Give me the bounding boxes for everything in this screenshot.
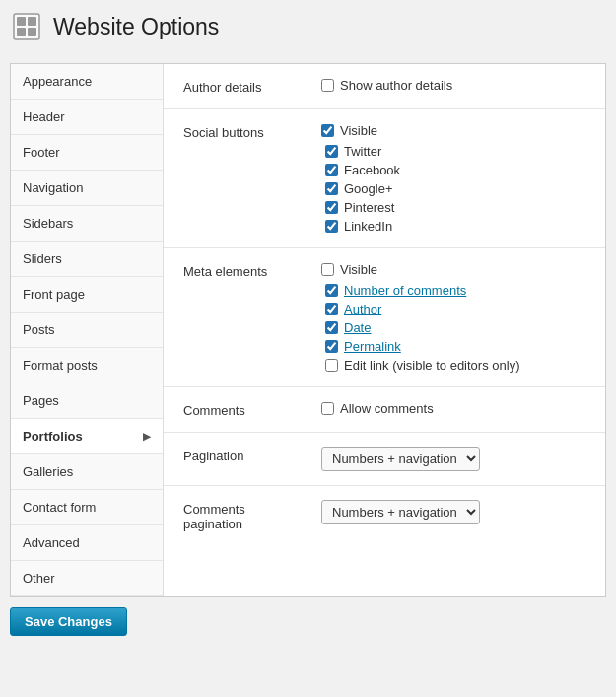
sidebar-item-label: Format posts: [23, 358, 98, 373]
social-item-pinterest: Pinterest: [325, 200, 585, 215]
social-twitter-label[interactable]: Twitter: [344, 144, 381, 159]
sidebar-item-label: Navigation: [23, 180, 83, 195]
meta-visible-label[interactable]: Visible: [340, 262, 377, 277]
meta-item-author: Author: [325, 302, 585, 316]
social-visible-checkbox[interactable]: [321, 124, 334, 137]
meta-item-edit-link: Edit link (visible to editors only): [325, 358, 585, 373]
sidebar-item-format-posts[interactable]: Format posts: [11, 348, 163, 383]
meta-edit-link-label[interactable]: Edit link (visible to editors only): [344, 358, 519, 373]
social-linkedin-checkbox[interactable]: [325, 220, 338, 233]
meta-item-num-comments: Number of comments: [325, 283, 585, 298]
sidebar: AppearanceHeaderFooterNavigationSidebars…: [11, 64, 164, 596]
comments-pagination-section: Comments pagination Numbers + navigation…: [164, 486, 605, 545]
sidebar-item-contact-form[interactable]: Contact form: [11, 490, 163, 525]
svg-rect-3: [17, 28, 26, 36]
sidebar-item-footer[interactable]: Footer: [11, 135, 163, 171]
sidebar-item-appearance[interactable]: Appearance: [11, 64, 163, 100]
meta-permalink-checkbox[interactable]: [325, 340, 338, 353]
pagination-section: Pagination Numbers + navigationNumbers o…: [164, 433, 605, 486]
meta-author-checkbox[interactable]: [325, 303, 338, 315]
svg-rect-4: [28, 28, 36, 36]
sidebar-item-galleries[interactable]: Galleries: [11, 454, 163, 490]
sidebar-item-label: Footer: [23, 145, 60, 160]
social-item-googleplus: Google+: [325, 181, 585, 196]
social-sub-checkboxes: TwitterFacebookGoogle+PinterestLinkedIn: [325, 144, 585, 234]
show-author-checkbox[interactable]: [321, 79, 334, 92]
sidebar-item-label: Sliders: [23, 251, 62, 266]
page-title: Website Options: [53, 14, 219, 40]
meta-visible-checkbox[interactable]: [321, 263, 334, 276]
social-facebook-checkbox[interactable]: [325, 164, 338, 176]
main-content: Author details Show author details Socia…: [164, 64, 605, 596]
sidebar-item-front-page[interactable]: Front page: [11, 277, 163, 313]
social-googleplus-label[interactable]: Google+: [344, 181, 393, 196]
comments-pagination-label: Comments pagination: [183, 500, 321, 531]
sidebar-item-other[interactable]: Other: [11, 561, 163, 596]
meta-edit-link-checkbox[interactable]: [325, 359, 338, 372]
sidebar-item-label: Appearance: [23, 74, 92, 89]
meta-permalink-label[interactable]: Permalink: [344, 339, 401, 354]
social-buttons-section: Social buttons Visible TwitterFacebookGo…: [164, 109, 605, 248]
allow-comments-checkbox[interactable]: [321, 402, 334, 415]
chevron-right-icon: ▶: [143, 431, 151, 442]
allow-comments-label[interactable]: Allow comments: [340, 401, 434, 416]
social-pinterest-label[interactable]: Pinterest: [344, 200, 394, 215]
page-icon: [10, 10, 43, 43]
svg-rect-1: [17, 17, 26, 26]
sidebar-item-label: Header: [23, 109, 65, 124]
social-buttons-controls: Visible TwitterFacebookGoogle+PinterestL…: [321, 123, 585, 234]
comments-controls: Allow comments: [321, 401, 585, 416]
sidebar-item-posts[interactable]: Posts: [11, 313, 163, 348]
pagination-select[interactable]: Numbers + navigationNumbers onlyNavigati…: [321, 447, 480, 471]
sidebar-item-label: Advanced: [23, 535, 80, 550]
meta-elements-controls: Visible Number of commentsAuthorDatePerm…: [321, 262, 585, 373]
social-item-linkedin: LinkedIn: [325, 219, 585, 234]
meta-item-date: Date: [325, 320, 585, 335]
meta-num-comments-label[interactable]: Number of comments: [344, 283, 466, 298]
social-googleplus-checkbox[interactable]: [325, 182, 338, 195]
sidebar-item-label: Portfolios: [23, 429, 83, 444]
meta-author-label[interactable]: Author: [344, 302, 381, 316]
author-details-label: Author details: [183, 78, 321, 95]
social-twitter-checkbox[interactable]: [325, 145, 338, 158]
show-author-label[interactable]: Show author details: [340, 78, 452, 93]
sidebar-item-pages[interactable]: Pages: [11, 383, 163, 419]
comments-label: Comments: [183, 401, 321, 418]
meta-sub-checkboxes: Number of commentsAuthorDatePermalinkEdi…: [325, 283, 585, 373]
comments-pagination-select[interactable]: Numbers + navigationNumbers onlyNavigati…: [321, 500, 480, 524]
sidebar-item-sliders[interactable]: Sliders: [11, 242, 163, 277]
comments-section: Comments Allow comments: [164, 387, 605, 433]
sidebar-item-navigation[interactable]: Navigation: [11, 171, 163, 206]
social-pinterest-checkbox[interactable]: [325, 201, 338, 214]
sidebar-item-label: Posts: [23, 322, 55, 337]
meta-date-label[interactable]: Date: [344, 320, 371, 335]
social-linkedin-label[interactable]: LinkedIn: [344, 219, 392, 234]
sidebar-item-sidebars[interactable]: Sidebars: [11, 206, 163, 242]
social-visible-label[interactable]: Visible: [340, 123, 377, 138]
comments-pagination-controls: Numbers + navigationNumbers onlyNavigati…: [321, 500, 585, 524]
social-item-facebook: Facebook: [325, 163, 585, 177]
sidebar-item-label: Contact form: [23, 500, 96, 515]
pagination-controls: Numbers + navigationNumbers onlyNavigati…: [321, 447, 585, 471]
social-buttons-label: Social buttons: [183, 123, 321, 140]
sidebar-item-label: Sidebars: [23, 216, 73, 231]
save-button[interactable]: Save Changes: [10, 607, 127, 636]
sidebar-item-label: Front page: [23, 287, 85, 302]
sidebar-item-portfolios[interactable]: Portfolios▶: [11, 419, 163, 454]
svg-rect-2: [28, 17, 36, 26]
meta-item-permalink: Permalink: [325, 339, 585, 354]
social-facebook-label[interactable]: Facebook: [344, 163, 400, 177]
meta-num-comments-checkbox[interactable]: [325, 284, 338, 297]
meta-elements-label: Meta elements: [183, 262, 321, 279]
author-details-controls: Show author details: [321, 78, 585, 93]
author-details-section: Author details Show author details: [164, 64, 605, 109]
sidebar-item-label: Other: [23, 571, 55, 586]
sidebar-item-label: Pages: [23, 393, 59, 408]
sidebar-item-advanced[interactable]: Advanced: [11, 525, 163, 561]
social-item-twitter: Twitter: [325, 144, 585, 159]
pagination-label: Pagination: [183, 447, 321, 463]
meta-date-checkbox[interactable]: [325, 321, 338, 334]
sidebar-item-label: Galleries: [23, 464, 73, 479]
sidebar-item-header[interactable]: Header: [11, 100, 163, 135]
meta-elements-section: Meta elements Visible Number of comments…: [164, 248, 605, 387]
